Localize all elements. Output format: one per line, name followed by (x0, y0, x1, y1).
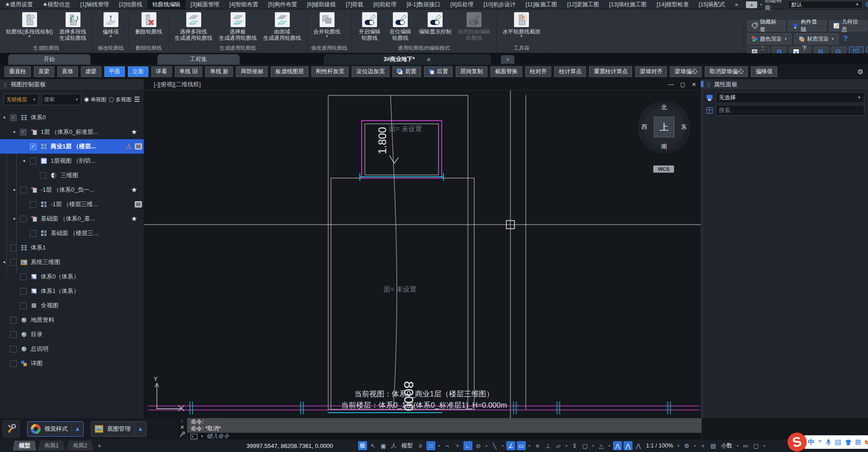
multi-view-radio[interactable]: 多视图 (109, 96, 132, 103)
status-text[interactable]: 小数 (719, 441, 734, 450)
menu-item[interactable]: [1]轴线管理 (75, 0, 114, 9)
document-tab[interactable]: 工程集 (157, 54, 240, 65)
compass-south[interactable]: 南 (661, 142, 667, 151)
status-icon[interactable]: ⇕ (570, 441, 579, 450)
ribbon-collapse-button[interactable]: ▲ (746, 1, 758, 8)
status-icon[interactable]: ＋ (698, 441, 708, 450)
status-icon[interactable]: ▤ (709, 441, 718, 450)
tools-button[interactable] (3, 420, 20, 438)
toolbar-button[interactable]: 平面 (104, 66, 125, 77)
status-icon[interactable]: ╲ (490, 441, 499, 450)
tree-checkbox[interactable] (20, 288, 27, 295)
single-view-radio[interactable]: 单视图 (84, 96, 107, 103)
ribbon-button[interactable]: 选择多段线 生成轮廓线 (57, 12, 89, 44)
minimize-icon[interactable]: — (669, 81, 674, 88)
new-tab-button[interactable]: + (501, 55, 514, 64)
menu-item[interactable]: [6]辅助建模 (302, 0, 341, 9)
favorite-star-icon[interactable]: ★ (131, 186, 137, 194)
ribbon-bulb-button[interactable]: 构件显隐 (788, 20, 826, 31)
status-icon[interactable]: ▢ (752, 441, 761, 450)
close-icon[interactable]: ✕ (692, 81, 696, 88)
expand-arrow-icon[interactable]: ▼ (12, 187, 17, 193)
toolbar-button[interactable]: 立面 (128, 66, 148, 77)
status-icon[interactable]: ▾ (676, 441, 681, 450)
tree-checkbox[interactable] (30, 230, 37, 237)
menu-item[interactable]: [2]轮廓线 (114, 0, 147, 9)
toolbar-button[interactable]: 垂直柱 (5, 66, 31, 77)
status-text[interactable]: 模型 (400, 441, 415, 450)
tree-search-dropdown[interactable]: 搜索 ▼ (42, 94, 81, 105)
tree-row[interactable]: -1层 （楼层三维... (0, 197, 144, 212)
toolbar-button[interactable]: 局部坐标 (236, 66, 268, 77)
hamburger-menu-icon[interactable]: ☰ (134, 95, 140, 104)
toolbar-button[interactable]: 后置 (424, 66, 453, 77)
toolbar-button[interactable]: 单线 旧 (175, 66, 203, 77)
expand-arrow-icon[interactable]: ▼ (12, 129, 17, 135)
toolbar-button[interactable]: 截面替换 (491, 66, 522, 77)
layout-tab[interactable]: 布局2 (66, 441, 94, 451)
status-text[interactable]: 1:1 / 100% (644, 441, 675, 450)
new-layout-tab-button[interactable]: + (95, 442, 104, 449)
ribbon-palette-button[interactable]: 颜色渲染▼ (747, 33, 792, 44)
tree-row[interactable]: 商业1层 （楼层...⚠ (0, 139, 144, 154)
tree-checkbox[interactable] (10, 114, 17, 121)
tree-checkbox[interactable] (30, 158, 37, 165)
toolbar-button[interactable]: 板虚线图层 (271, 66, 308, 77)
tree-row[interactable]: 三维图 (0, 168, 144, 183)
layout-tab[interactable]: 模型 (13, 441, 37, 451)
props-search-input[interactable]: 搜索 (716, 105, 864, 116)
status-icon[interactable]: ▾ (500, 441, 505, 450)
collapse-caret-icon[interactable]: ▾ (760, 3, 762, 7)
status-icon[interactable]: 人 (389, 441, 398, 450)
status-icon[interactable]: ▾ (484, 441, 489, 450)
image-icon[interactable] (135, 201, 142, 207)
tree-row[interactable]: 体系1 (0, 240, 144, 255)
menu-item[interactable]: [3]截面管理 (185, 0, 224, 9)
ime-punct-toggle[interactable]: ” (818, 438, 822, 446)
tree-checkbox[interactable] (10, 346, 17, 353)
status-icon[interactable]: ¬ (443, 441, 452, 450)
ribbon-button[interactable]: 偏移值▼ (96, 12, 125, 44)
toolbar-button[interactable]: 虚梁 (81, 66, 101, 77)
favorite-star-icon[interactable]: ★ (131, 128, 137, 136)
expand-arrow-icon[interactable]: ▼ (12, 216, 17, 221)
tree-row[interactable]: ▼1层 （体系0_标准层...★ (0, 125, 144, 139)
tree-checkbox[interactable] (10, 245, 17, 251)
menu-item[interactable]: [15]装配式 (693, 0, 730, 9)
selection-dropdown[interactable]: 无选择 ▼ (716, 92, 864, 103)
status-icon[interactable]: ▾ (607, 441, 612, 450)
skin-icon[interactable] (845, 439, 852, 445)
toolbar-gear-icon[interactable]: ⚙ (858, 68, 863, 76)
status-icon[interactable]: ＋ (453, 441, 462, 450)
status-icon[interactable]: ▾ (437, 441, 441, 450)
wrench-icon[interactable] (179, 432, 185, 437)
tree-checkbox[interactable] (40, 172, 47, 179)
tree-row[interactable]: 基础面 （楼层三... (0, 226, 144, 240)
toolbox-grid-icon[interactable]: ⊞ (855, 438, 861, 446)
status-icon[interactable]: ▾ (591, 441, 595, 450)
tree-checkbox[interactable] (20, 302, 27, 309)
tree-row[interactable]: 总说明 (0, 342, 144, 356)
close-icon[interactable]: ✕ (426, 56, 431, 63)
status-icon[interactable]: ▭ (517, 441, 526, 450)
microphone-icon[interactable] (826, 439, 831, 446)
tree-checkbox[interactable] (30, 143, 37, 150)
tree-checkbox[interactable] (20, 129, 27, 136)
toolbar-button[interactable]: 前置 (392, 66, 421, 77)
compass-north[interactable]: 北 (661, 104, 667, 112)
ribbon-button[interactable]: 合并轮廓线▼ (311, 12, 343, 44)
status-icon[interactable]: # (416, 441, 425, 450)
ribbon-material-button[interactable]: 材质渲染▼ (794, 33, 839, 44)
toolbar-button[interactable]: 定位边加宽 (352, 66, 389, 77)
tree-row[interactable]: 目录 (0, 327, 144, 342)
layout-select[interactable]: 默认 ▼ (788, 1, 863, 9)
ribbon-tag-button[interactable]: 隐藏标签 (747, 20, 785, 31)
status-icon[interactable]: △ (597, 441, 606, 450)
menu-more-indicator[interactable]: » (730, 1, 743, 8)
toolbar-button[interactable]: 直梁 (34, 66, 54, 77)
menu-item[interactable]: [8]前处理 (368, 0, 401, 9)
favorite-star-icon[interactable]: ★ (131, 215, 137, 223)
ribbon-button[interactable]: 轮廓线(多段线绘制)▼ (4, 12, 55, 44)
status-icon[interactable]: ≡ (533, 441, 542, 450)
ribbon-button[interactable]: 选择多段线 生成通用轮廓线 (172, 12, 215, 44)
